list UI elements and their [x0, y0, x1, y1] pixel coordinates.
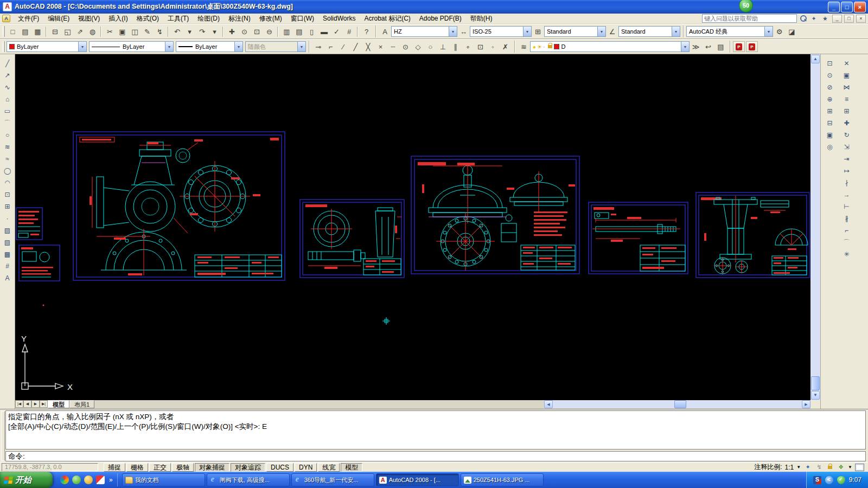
polygon-icon[interactable]: ⌂: [1, 93, 14, 105]
multileader-style-combo[interactable]: Standard▼: [618, 26, 680, 37]
snap-none-icon[interactable]: ✗: [499, 41, 512, 53]
child-close-button[interactable]: ×: [856, 15, 866, 23]
snap-extension-icon[interactable]: ┄: [387, 41, 399, 53]
menu-item[interactable]: 文件(F): [14, 14, 43, 24]
autocad-app-icon[interactable]: A: [3, 2, 12, 11]
menu-item[interactable]: 帮助(H): [466, 14, 497, 24]
tab-nav-button[interactable]: |◀: [15, 400, 23, 408]
zoom-previous-icon[interactable]: ⊖: [263, 25, 276, 38]
menu-item[interactable]: Acrobat 标记(C): [360, 14, 414, 24]
make-object-layer-current-icon[interactable]: ≫: [690, 41, 702, 53]
paste-icon[interactable]: ◫: [129, 25, 141, 38]
task-ie-360nav[interactable]: 360导航_新一代安...: [291, 473, 374, 486]
mirror-icon[interactable]: ⋈: [840, 81, 853, 93]
annotation-scale-dropdown-icon[interactable]: ▼: [796, 465, 801, 470]
start-button[interactable]: 开始: [0, 472, 53, 488]
dim-style-combo[interactable]: ISO-25▼: [470, 26, 532, 37]
clean-screen-button[interactable]: [855, 464, 864, 471]
layer-combo[interactable]: ● ☀ ▫ D ▼: [530, 41, 690, 52]
table-icon[interactable]: #: [1, 260, 14, 272]
sheet-yoke[interactable]: [696, 192, 809, 278]
dwg-file-icon[interactable]: A: [2, 15, 10, 22]
menu-item[interactable]: 工具(T): [163, 14, 193, 24]
convert-to-pdf-icon[interactable]: P: [733, 41, 745, 52]
color-combo[interactable]: ByLayer▼: [7, 41, 87, 52]
layer-manager-icon[interactable]: ≋: [518, 41, 530, 53]
save-icon[interactable]: ▦: [31, 25, 44, 38]
horizontal-scroll-thumb[interactable]: [674, 400, 686, 408]
quick-launch-more-icon[interactable]: »: [109, 476, 113, 484]
scroll-down-icon[interactable]: ▼: [811, 391, 820, 400]
tab-nav-button[interactable]: ▶|: [40, 400, 48, 408]
revision-cloud-icon[interactable]: ≋: [1, 141, 14, 153]
ellipse-icon[interactable]: ◯: [1, 165, 14, 177]
status-toggle[interactable]: 模型: [341, 463, 362, 472]
zoom-scale-icon[interactable]: ⊘: [824, 81, 836, 93]
status-toggle[interactable]: 对象追踪: [231, 463, 265, 472]
annotation-scale-value[interactable]: 1:1: [784, 464, 794, 471]
toolbar-grip[interactable]: [3, 26, 5, 37]
copy-icon[interactable]: ▣: [116, 25, 129, 38]
zoom-center-icon[interactable]: ⊕: [824, 93, 836, 105]
table-style-icon[interactable]: ⊞: [532, 25, 544, 38]
break-icon[interactable]: ∦: [840, 213, 853, 224]
help-search-input[interactable]: [702, 14, 797, 23]
spline-icon[interactable]: ≈: [1, 153, 14, 165]
snap-center-icon[interactable]: ⊙: [399, 41, 412, 53]
block-editor-icon[interactable]: ↯: [154, 25, 166, 38]
ellipse-arc-icon[interactable]: ◠: [1, 177, 14, 189]
quick-launch-360-icon[interactable]: [60, 476, 69, 484]
plot-icon[interactable]: ⊟: [49, 25, 61, 38]
pan-icon[interactable]: ✚: [226, 25, 238, 38]
status-toggle[interactable]: 栅格: [126, 463, 148, 472]
open-icon[interactable]: ▤: [19, 25, 31, 38]
markup-set-manager-icon[interactable]: ✓: [330, 25, 343, 38]
status-toggle[interactable]: 对象捕捉: [195, 463, 229, 472]
status-toggle[interactable]: DUCS: [266, 463, 293, 472]
status-toggle[interactable]: 捕捉: [104, 463, 125, 472]
layer-previous-icon[interactable]: ↩: [702, 41, 714, 53]
workspace-combo[interactable]: AutoCAD 经典▼: [686, 26, 773, 37]
favorites-star-icon[interactable]: ★: [820, 14, 830, 23]
temporary-track-point-icon[interactable]: ⊸: [312, 41, 324, 53]
menu-item[interactable]: 绘图(D): [193, 14, 224, 24]
scroll-up-icon[interactable]: ▲: [811, 55, 820, 63]
multileader-style-icon[interactable]: ∠: [606, 25, 618, 38]
quickcalc-icon[interactable]: #: [343, 25, 355, 38]
match-properties-icon[interactable]: ✎: [141, 25, 154, 38]
new-icon[interactable]: □: [7, 25, 19, 38]
scale-icon[interactable]: ⇲: [840, 141, 853, 153]
sheet-bonnet[interactable]: [411, 156, 579, 274]
menu-item[interactable]: 窗口(W): [286, 14, 318, 24]
menu-item[interactable]: 标注(N): [224, 14, 255, 24]
snap-nearest-icon[interactable]: ◦: [487, 41, 499, 53]
lengthen-icon[interactable]: ↦: [840, 165, 853, 177]
toolbar-grip[interactable]: [3, 41, 5, 52]
command-input[interactable]: 命令:: [5, 451, 866, 461]
break-at-point-icon[interactable]: ⊢: [840, 201, 853, 213]
properties-icon[interactable]: ▥: [280, 25, 293, 38]
sheet-stem[interactable]: [589, 202, 688, 274]
zoom-window-icon[interactable]: ⊡: [251, 25, 263, 38]
move-icon[interactable]: ✚: [840, 117, 853, 129]
menu-item[interactable]: 编辑(E): [43, 14, 74, 24]
status-toggle[interactable]: 正交: [149, 463, 171, 472]
menu-item[interactable]: SolidWorks: [318, 14, 360, 24]
menu-item[interactable]: 修改(M): [255, 14, 286, 24]
toolbar-lock-icon[interactable]: [828, 466, 832, 469]
tool-palettes-icon[interactable]: ▯: [305, 25, 318, 38]
text-style-combo[interactable]: HZ▼: [391, 26, 457, 37]
publish-icon[interactable]: ⇗: [74, 25, 86, 38]
zoom-dynamic-icon[interactable]: ⊙: [824, 69, 836, 81]
undo-icon[interactable]: ↶: [171, 25, 183, 38]
child-minimize-button[interactable]: _: [832, 15, 842, 23]
task-my-documents[interactable]: 我的文档: [122, 473, 205, 486]
construction-line-icon[interactable]: ↗: [1, 69, 14, 81]
status-tray-icon[interactable]: ❖: [837, 463, 845, 472]
cut-icon[interactable]: ✂: [104, 25, 116, 38]
status-toggle[interactable]: DYN: [295, 463, 317, 472]
quick-launch-photo-icon[interactable]: [96, 476, 105, 484]
vertical-scrollbar[interactable]: ▲ ▼: [810, 54, 820, 400]
explode-icon[interactable]: ✳: [840, 248, 853, 260]
quick-launch-media-icon[interactable]: [72, 476, 81, 484]
